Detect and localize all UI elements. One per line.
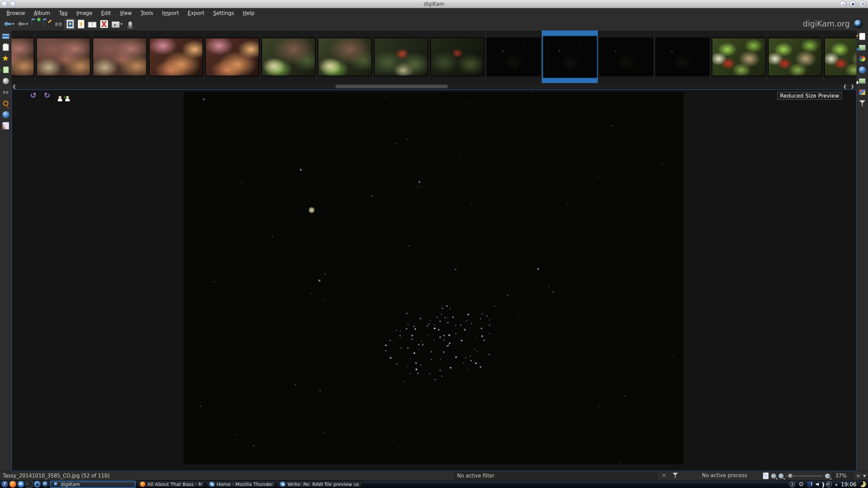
thumbnail-image[interactable]: [37, 38, 90, 76]
thumbnail-cell[interactable]: [654, 30, 711, 83]
scrollbar-track[interactable]: [18, 84, 842, 89]
thumbnail-cell[interactable]: [317, 30, 373, 83]
sidebar-tab-filters[interactable]: [858, 99, 867, 108]
sidebar-tab-fuzzy[interactable]: [1, 99, 10, 108]
thumbnail-scrollbar[interactable]: ❮ ❮❯: [12, 83, 856, 89]
thumbnail-image[interactable]: [599, 38, 653, 76]
back-button[interactable]: ▼: [2, 19, 16, 29]
zoom-clear-icon[interactable]: ✕: [856, 473, 861, 479]
rotate-left-button[interactable]: ↺: [30, 93, 36, 99]
image-preview-button[interactable]: [64, 19, 76, 29]
thumbnail-image[interactable]: [487, 38, 540, 76]
sidebar-tab-timeline[interactable]: [1, 77, 10, 85]
menu-settings[interactable]: Settings: [209, 9, 239, 17]
menu-tag[interactable]: Tag: [55, 9, 72, 17]
zoom-value[interactable]: 37%: [832, 472, 853, 480]
quick-fix-button[interactable]: [76, 19, 86, 29]
updates-badge-icon[interactable]: 3: [789, 482, 795, 487]
sidebar-tab-metadata[interactable]: [858, 43, 867, 52]
sidebar-tab-geolocation[interactable]: [858, 65, 867, 74]
volume-icon[interactable]: [816, 482, 823, 487]
task-button-thunderbird[interactable]: Home - Mozilla Thunderbird: [206, 481, 276, 488]
menu-image[interactable]: Image: [72, 9, 97, 17]
thumbnail-image[interactable]: [431, 38, 484, 76]
scroll-right-icon[interactable]: ❯: [850, 84, 855, 89]
sidebar-tab-albums[interactable]: [1, 32, 10, 41]
scroll-left-end-icon[interactable]: ❮: [842, 84, 848, 89]
thumbnail-cell[interactable]: [767, 30, 823, 83]
sidebar-tab-colors[interactable]: [858, 54, 867, 63]
thumbnail-image[interactable]: [768, 38, 822, 76]
back-dropdown-icon[interactable]: ▼: [12, 22, 14, 26]
firefox-launcher-icon[interactable]: [9, 481, 16, 488]
keep-above-button[interactable]: [10, 1, 16, 7]
forward-dropdown-icon[interactable]: ▼: [26, 22, 28, 26]
thumbnail-cell[interactable]: [12, 30, 35, 83]
usb-device-icon[interactable]: [826, 482, 832, 487]
edit-album-button[interactable]: [41, 19, 53, 29]
digikam-launcher-icon[interactable]: [42, 481, 49, 488]
maximize-button[interactable]: ◆: [850, 1, 856, 7]
task-button-firefox[interactable]: All About That Bass - Meghan Trai: [137, 481, 205, 488]
rotate-right-button[interactable]: ↻: [44, 93, 50, 99]
thumbnail-cell[interactable]: [35, 30, 92, 83]
sidebar-tab-properties[interactable]: [858, 32, 867, 41]
menu-export[interactable]: Export: [183, 9, 209, 17]
rename-button[interactable]: I: [86, 19, 98, 29]
sidebar-tab-tags[interactable]: ★: [1, 54, 10, 63]
menu-view[interactable]: View: [115, 9, 136, 17]
menu-help[interactable]: Help: [238, 9, 259, 17]
slideshow-dropdown-icon[interactable]: ▼: [120, 22, 123, 26]
sidebar-tab-people[interactable]: [1, 121, 10, 130]
thumbnail-cell[interactable]: [711, 30, 767, 83]
fedora-menu-launcher-icon[interactable]: [1, 481, 8, 488]
zoom-slider-knob[interactable]: [788, 473, 793, 478]
filter-funnel-icon[interactable]: [673, 473, 678, 478]
thumbnail-cell[interactable]: [260, 30, 317, 83]
zoom-in-icon[interactable]: +: [825, 473, 830, 479]
task-button-digikam[interactable]: digiKam: [50, 481, 136, 488]
new-album-button[interactable]: [30, 19, 41, 29]
sidebar-tab-captions[interactable]: [858, 77, 867, 85]
thumbnail-image[interactable]: [656, 38, 709, 76]
menu-album[interactable]: Album: [29, 9, 55, 17]
thumbnail-cell[interactable]: [148, 30, 204, 83]
expand-arrow-icon[interactable]: ▲: [835, 483, 837, 486]
fullscreen-button[interactable]: [98, 19, 110, 29]
menu-browse[interactable]: Browse: [2, 9, 29, 17]
sidebar-tab-calendar[interactable]: [1, 43, 10, 52]
zoom-slider[interactable]: [786, 475, 823, 476]
search-button[interactable]: [53, 19, 64, 29]
titlebar[interactable]: digiKam ⌄◆✕: [0, 0, 868, 8]
zoom-out-icon[interactable]: −: [778, 473, 784, 479]
thumbnail-cell[interactable]: [204, 30, 260, 83]
thumbnail-image[interactable]: [205, 38, 259, 76]
thumbnail-image[interactable]: [825, 38, 857, 76]
sidebar-tab-versions[interactable]: [858, 88, 867, 97]
thumbnail-image[interactable]: [12, 38, 34, 76]
close-button[interactable]: ✕: [860, 1, 866, 7]
input-method-icon[interactable]: [807, 482, 812, 487]
presentation-button[interactable]: [124, 19, 136, 29]
task-button-thunderbird[interactable]: Write: Re: RAW file preview using e: [277, 481, 362, 488]
thumbnail-cell-selected[interactable]: [542, 30, 598, 83]
preview-photo[interactable]: [183, 92, 684, 464]
thumbnail-cell[interactable]: [486, 30, 542, 83]
thumbnail-image[interactable]: [93, 38, 146, 76]
thumbnail-image[interactable]: [318, 38, 372, 76]
window-menu-button[interactable]: [1, 1, 8, 7]
thumbnail-cell[interactable]: [429, 30, 486, 83]
sidebar-tab-labels[interactable]: [1, 65, 10, 74]
thumbnail-cell[interactable]: [373, 30, 429, 83]
konsole-launcher-icon[interactable]: [26, 481, 33, 488]
zoom-100-icon[interactable]: 1: [771, 473, 776, 479]
amarok-launcher-icon[interactable]: [34, 481, 41, 488]
sidebar-tab-search[interactable]: [1, 88, 10, 97]
thumbnail-image[interactable]: [149, 38, 203, 76]
thumbnail-image[interactable]: [712, 38, 766, 76]
klipper-moon-icon[interactable]: [860, 481, 866, 487]
scrollbar-thumb[interactable]: [336, 85, 448, 88]
fit-to-window-icon[interactable]: [763, 472, 769, 479]
thunderbird-launcher-icon[interactable]: [18, 481, 24, 488]
minimize-button[interactable]: ⌄: [840, 1, 846, 7]
